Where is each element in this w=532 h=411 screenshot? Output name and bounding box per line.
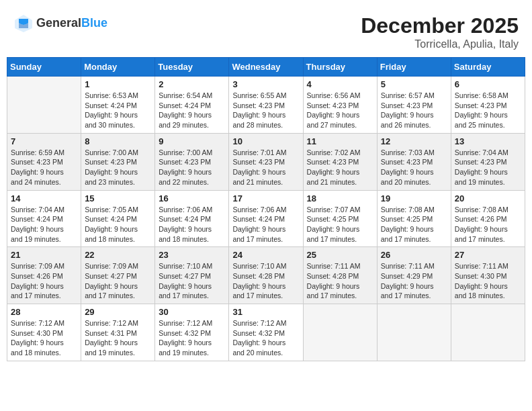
day-info: Sunrise: 7:10 AMSunset: 4:27 PMDaylight:… xyxy=(159,261,225,301)
calendar-cell: 2Sunrise: 6:54 AMSunset: 4:24 PMDaylight… xyxy=(155,77,229,134)
calendar-header-wednesday: Wednesday xyxy=(229,58,303,77)
day-number: 9 xyxy=(159,136,225,146)
day-info: Sunrise: 7:01 AMSunset: 4:23 PMDaylight:… xyxy=(232,148,299,187)
calendar-header-tuesday: Tuesday xyxy=(155,58,229,77)
day-info: Sunrise: 7:10 AMSunset: 4:28 PMDaylight:… xyxy=(232,261,299,301)
day-number: 5 xyxy=(381,79,447,89)
calendar-header-thursday: Thursday xyxy=(303,58,377,77)
day-info: Sunrise: 6:53 AMSunset: 4:24 PMDaylight:… xyxy=(85,91,151,130)
day-number: 3 xyxy=(232,79,299,89)
calendar-cell: 6Sunrise: 6:58 AMSunset: 4:23 PMDaylight… xyxy=(451,77,525,134)
calendar-cell: 31Sunrise: 7:12 AMSunset: 4:32 PMDayligh… xyxy=(229,304,303,361)
day-number: 21 xyxy=(11,250,77,260)
calendar-week-row: 14Sunrise: 7:04 AMSunset: 4:24 PMDayligh… xyxy=(7,190,525,247)
day-number: 6 xyxy=(455,79,521,89)
calendar-header-sunday: Sunday xyxy=(7,58,81,77)
day-info: Sunrise: 7:06 AMSunset: 4:24 PMDaylight:… xyxy=(159,205,225,244)
location-subtitle: Torricella, Apulia, Italy xyxy=(361,38,519,50)
calendar-cell: 24Sunrise: 7:10 AMSunset: 4:28 PMDayligh… xyxy=(229,247,303,304)
calendar-week-row: 7Sunrise: 6:59 AMSunset: 4:23 PMDaylight… xyxy=(7,133,525,190)
day-number: 16 xyxy=(159,193,225,203)
calendar-cell: 16Sunrise: 7:06 AMSunset: 4:24 PMDayligh… xyxy=(155,190,229,247)
day-number: 7 xyxy=(11,136,77,146)
calendar-cell xyxy=(451,304,525,361)
day-number: 12 xyxy=(381,136,447,146)
day-number: 11 xyxy=(307,136,373,146)
day-info: Sunrise: 7:04 AMSunset: 4:24 PMDaylight:… xyxy=(11,205,77,244)
day-info: Sunrise: 6:56 AMSunset: 4:23 PMDaylight:… xyxy=(307,91,373,130)
logo-icon xyxy=(13,13,34,34)
day-info: Sunrise: 7:00 AMSunset: 4:23 PMDaylight:… xyxy=(85,148,151,187)
day-info: Sunrise: 7:11 AMSunset: 4:29 PMDaylight:… xyxy=(381,261,447,301)
calendar-cell: 9Sunrise: 7:00 AMSunset: 4:23 PMDaylight… xyxy=(155,133,229,190)
logo-general-text: General xyxy=(36,16,81,30)
day-info: Sunrise: 7:06 AMSunset: 4:24 PMDaylight:… xyxy=(232,205,299,244)
calendar-header-monday: Monday xyxy=(81,58,155,77)
day-info: Sunrise: 7:02 AMSunset: 4:23 PMDaylight:… xyxy=(307,148,373,187)
calendar-cell: 20Sunrise: 7:08 AMSunset: 4:26 PMDayligh… xyxy=(451,190,525,247)
calendar-cell: 18Sunrise: 7:07 AMSunset: 4:25 PMDayligh… xyxy=(303,190,377,247)
calendar-header-friday: Friday xyxy=(377,58,451,77)
calendar-week-row: 28Sunrise: 7:12 AMSunset: 4:30 PMDayligh… xyxy=(7,304,525,361)
day-info: Sunrise: 7:03 AMSunset: 4:23 PMDaylight:… xyxy=(381,148,447,187)
day-number: 24 xyxy=(232,250,299,260)
day-info: Sunrise: 6:59 AMSunset: 4:23 PMDaylight:… xyxy=(11,148,77,187)
day-info: Sunrise: 7:07 AMSunset: 4:25 PMDaylight:… xyxy=(307,205,373,244)
calendar-cell: 10Sunrise: 7:01 AMSunset: 4:23 PMDayligh… xyxy=(229,133,303,190)
day-info: Sunrise: 6:55 AMSunset: 4:23 PMDaylight:… xyxy=(232,91,299,130)
calendar-cell: 30Sunrise: 7:12 AMSunset: 4:32 PMDayligh… xyxy=(155,304,229,361)
day-info: Sunrise: 7:12 AMSunset: 4:32 PMDaylight:… xyxy=(159,318,225,358)
day-number: 17 xyxy=(232,193,299,203)
calendar-week-row: 21Sunrise: 7:09 AMSunset: 4:26 PMDayligh… xyxy=(7,247,525,304)
day-info: Sunrise: 7:12 AMSunset: 4:30 PMDaylight:… xyxy=(11,318,77,358)
day-info: Sunrise: 7:11 AMSunset: 4:28 PMDaylight:… xyxy=(307,261,373,301)
calendar-cell: 12Sunrise: 7:03 AMSunset: 4:23 PMDayligh… xyxy=(377,133,451,190)
day-number: 14 xyxy=(11,193,77,203)
day-number: 15 xyxy=(85,193,151,203)
calendar-cell: 13Sunrise: 7:04 AMSunset: 4:23 PMDayligh… xyxy=(451,133,525,190)
day-number: 30 xyxy=(159,307,225,317)
calendar-cell: 22Sunrise: 7:09 AMSunset: 4:27 PMDayligh… xyxy=(81,247,155,304)
calendar-cell: 14Sunrise: 7:04 AMSunset: 4:24 PMDayligh… xyxy=(7,190,81,247)
calendar-cell: 25Sunrise: 7:11 AMSunset: 4:28 PMDayligh… xyxy=(303,247,377,304)
title-block: December 2025 Torricella, Apulia, Italy xyxy=(361,13,519,50)
logo-text: GeneralBlue xyxy=(36,17,107,30)
day-number: 27 xyxy=(455,250,521,260)
calendar-cell: 1Sunrise: 6:53 AMSunset: 4:24 PMDaylight… xyxy=(81,77,155,134)
day-number: 29 xyxy=(85,307,151,317)
day-number: 26 xyxy=(381,250,447,260)
day-number: 1 xyxy=(85,79,151,89)
calendar-cell xyxy=(377,304,451,361)
calendar-cell xyxy=(303,304,377,361)
calendar-cell: 26Sunrise: 7:11 AMSunset: 4:29 PMDayligh… xyxy=(377,247,451,304)
day-info: Sunrise: 7:04 AMSunset: 4:23 PMDaylight:… xyxy=(455,148,521,187)
calendar-cell: 3Sunrise: 6:55 AMSunset: 4:23 PMDaylight… xyxy=(229,77,303,134)
month-year-title: December 2025 xyxy=(361,13,519,38)
day-info: Sunrise: 7:00 AMSunset: 4:23 PMDaylight:… xyxy=(159,148,225,187)
calendar-cell: 23Sunrise: 7:10 AMSunset: 4:27 PMDayligh… xyxy=(155,247,229,304)
logo: GeneralBlue xyxy=(13,13,107,34)
calendar-week-row: 1Sunrise: 6:53 AMSunset: 4:24 PMDaylight… xyxy=(7,77,525,134)
day-number: 4 xyxy=(307,79,373,89)
calendar-cell: 19Sunrise: 7:08 AMSunset: 4:25 PMDayligh… xyxy=(377,190,451,247)
calendar-cell: 17Sunrise: 7:06 AMSunset: 4:24 PMDayligh… xyxy=(229,190,303,247)
day-number: 20 xyxy=(455,193,521,203)
calendar-cell: 29Sunrise: 7:12 AMSunset: 4:31 PMDayligh… xyxy=(81,304,155,361)
day-number: 19 xyxy=(381,193,447,203)
day-info: Sunrise: 7:11 AMSunset: 4:30 PMDaylight:… xyxy=(455,261,521,301)
day-info: Sunrise: 7:12 AMSunset: 4:31 PMDaylight:… xyxy=(85,318,151,358)
day-info: Sunrise: 6:58 AMSunset: 4:23 PMDaylight:… xyxy=(455,91,521,130)
day-number: 18 xyxy=(307,193,373,203)
day-info: Sunrise: 7:05 AMSunset: 4:24 PMDaylight:… xyxy=(85,205,151,244)
day-info: Sunrise: 6:54 AMSunset: 4:24 PMDaylight:… xyxy=(159,91,225,130)
day-info: Sunrise: 7:08 AMSunset: 4:25 PMDaylight:… xyxy=(381,205,447,244)
day-number: 22 xyxy=(85,250,151,260)
calendar-header-saturday: Saturday xyxy=(451,58,525,77)
day-info: Sunrise: 7:08 AMSunset: 4:26 PMDaylight:… xyxy=(455,205,521,244)
day-number: 10 xyxy=(232,136,299,146)
calendar-cell: 11Sunrise: 7:02 AMSunset: 4:23 PMDayligh… xyxy=(303,133,377,190)
day-number: 8 xyxy=(85,136,151,146)
calendar-cell: 7Sunrise: 6:59 AMSunset: 4:23 PMDaylight… xyxy=(7,133,81,190)
day-info: Sunrise: 7:09 AMSunset: 4:26 PMDaylight:… xyxy=(11,261,77,301)
day-number: 2 xyxy=(159,79,225,89)
